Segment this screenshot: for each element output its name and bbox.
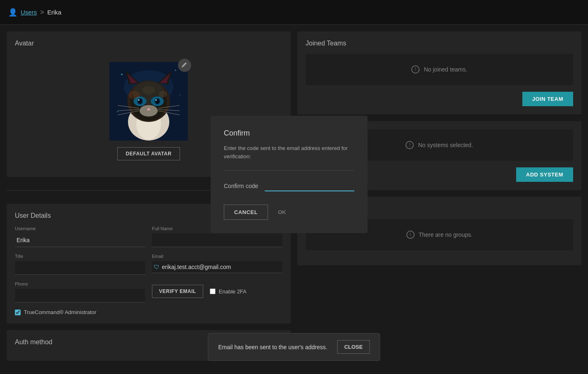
phone-group: Phone — [15, 281, 145, 303]
svg-point-26 — [155, 99, 157, 101]
username-group: Username Erika — [15, 226, 145, 247]
no-teams-state: ! No joined teams. — [306, 54, 573, 85]
svg-point-4 — [117, 111, 119, 112]
svg-point-37 — [140, 105, 158, 117]
confirm-code-group: Confirm code — [224, 181, 354, 191]
phone-input[interactable] — [15, 289, 145, 303]
pencil-icon — [182, 62, 187, 68]
breadcrumb: 👤 Users > Erika — [8, 8, 62, 17]
phone-verify-row: Phone VERIFY EMAIL Enable 2FA — [15, 281, 282, 303]
svg-point-35 — [128, 91, 140, 99]
title-input[interactable] — [15, 261, 145, 275]
title-email-row: Title Email 🛡 erikaj.test.acct@gmail.com — [15, 254, 282, 275]
svg-point-20 — [138, 99, 140, 101]
join-team-button[interactable]: JOIN TEAM — [522, 92, 573, 106]
user-icon: 👤 — [8, 8, 17, 17]
email-value: erikaj.test.acct@gmail.com — [162, 264, 231, 270]
avatar-title: Avatar — [15, 40, 282, 47]
modal-divider — [224, 170, 354, 171]
confirm-modal: Confirm Enter the code sent to the email… — [211, 116, 368, 233]
confirm-code-input[interactable] — [265, 181, 354, 191]
avatar-image-wrapper — [109, 62, 188, 141]
users-breadcrumb-link[interactable]: Users — [21, 9, 37, 16]
avatar-edit-button[interactable] — [178, 59, 191, 72]
svg-point-36 — [159, 91, 167, 98]
modal-description: Enter the code sent to the email address… — [224, 144, 354, 160]
no-groups-message: There are no groups. — [419, 231, 473, 238]
ok-button[interactable]: OK — [275, 205, 289, 219]
username-value: Erika — [15, 233, 145, 247]
info-icon-groups: ! — [406, 231, 415, 239]
enable-2fa-label[interactable]: Enable 2FA — [210, 288, 247, 295]
close-button[interactable]: CLOSE — [337, 340, 370, 354]
breadcrumb-separator: > — [40, 9, 44, 16]
info-icon-systems: ! — [405, 141, 414, 149]
verify-2fa-row: VERIFY EMAIL Enable 2FA — [152, 285, 282, 298]
svg-point-1 — [121, 74, 123, 75]
header: 👤 Users > Erika — [0, 0, 588, 25]
admin-checkbox-row: TrueCommand® Administrator — [15, 309, 282, 315]
email-group: Email 🛡 erikaj.test.acct@gmail.com — [152, 254, 282, 275]
default-avatar-button[interactable]: DEFAULT AVATAR — [117, 147, 180, 160]
svg-point-2 — [175, 70, 176, 71]
admin-label: TrueCommand® Administrator — [24, 309, 96, 315]
snackbar-message: Email has been sent to the user's addres… — [218, 344, 327, 350]
cancel-button[interactable]: CANCEL — [224, 205, 268, 220]
enable-2fa-checkbox[interactable] — [210, 288, 216, 294]
avatar-image — [109, 62, 188, 141]
join-team-row: JOIN TEAM — [306, 92, 573, 106]
verify-email-button[interactable]: VERIFY EMAIL — [152, 285, 203, 298]
email-label: Email — [152, 254, 282, 259]
no-systems-message: No systems selected. — [418, 142, 473, 148]
admin-checkbox[interactable] — [15, 310, 21, 315]
joined-teams-card: Joined Teams ! No joined teams. JOIN TEA… — [297, 31, 581, 114]
username-label: Username — [15, 226, 145, 231]
title-label: Title — [15, 254, 145, 259]
fullname-input[interactable] — [152, 233, 282, 247]
phone-label: Phone — [15, 281, 145, 286]
snackbar: Email has been sent to the user's addres… — [208, 333, 380, 361]
enable-2fa-text: Enable 2FA — [219, 288, 247, 295]
joined-teams-title: Joined Teams — [306, 40, 573, 47]
modal-title: Confirm — [224, 129, 354, 138]
shield-icon: 🛡 — [154, 264, 159, 270]
add-system-button[interactable]: ADD SYSTEM — [516, 167, 573, 182]
svg-point-38 — [142, 86, 155, 94]
email-wrapper: 🛡 erikaj.test.acct@gmail.com — [152, 261, 282, 273]
modal-actions: CANCEL OK — [224, 205, 354, 220]
no-teams-message: No joined teams. — [424, 66, 467, 73]
title-group: Title — [15, 254, 145, 275]
svg-point-3 — [179, 95, 180, 95]
verify-group: VERIFY EMAIL Enable 2FA — [152, 281, 282, 303]
confirm-code-label: Confirm code — [224, 183, 258, 189]
info-icon: ! — [411, 65, 420, 74]
breadcrumb-current: Erika — [47, 9, 62, 16]
